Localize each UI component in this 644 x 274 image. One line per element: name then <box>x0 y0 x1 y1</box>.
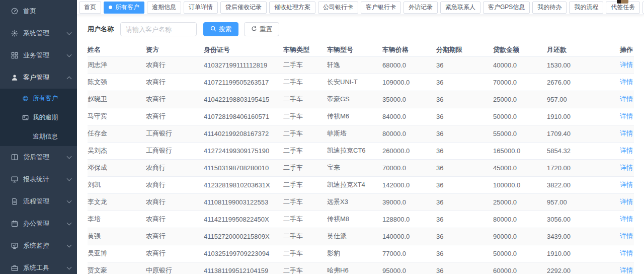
sidebar-item[interactable]: 逾期信息 <box>0 127 77 146</box>
tab[interactable]: 所有客户 × <box>104 2 144 14</box>
sidebar-item-label: 流程管理 <box>23 197 67 206</box>
table-row: 李文龙 农商行 411081199003122553 二手车 远景X3 3900… <box>88 193 634 211</box>
detail-link[interactable]: 详情 <box>620 147 633 154</box>
menu-icon <box>11 242 18 249</box>
sidebar-item[interactable]: 贷后管理 <box>0 146 77 168</box>
sidebar-item[interactable]: 流程管理 <box>0 190 77 213</box>
cell-vehicle-model: 远景X3 <box>327 193 382 211</box>
cell-name: 贾文豪 <box>88 262 146 274</box>
sidebar-item-label: 系统管理 <box>23 29 67 38</box>
detail-link[interactable]: 详情 <box>620 78 633 86</box>
detail-link[interactable]: 详情 <box>620 164 633 171</box>
main-area: 首页 × 所有客户 × 逾期信息 × 订单详情 × <box>77 0 644 274</box>
chevron-icon <box>67 265 72 270</box>
cell-vehicle-type: 二手车 <box>283 142 327 159</box>
detail-link[interactable]: 详情 <box>620 95 633 103</box>
sidebar-item[interactable]: 系统管理 <box>0 22 77 44</box>
cell-vehicle-model: 哈弗H6 <box>327 262 382 274</box>
cell-vehicle-type: 二手车 <box>283 211 327 228</box>
refresh-icon <box>251 26 257 33</box>
cell-id-number: 411402199208167372 <box>204 125 283 142</box>
detail-link[interactable]: 详情 <box>620 181 633 188</box>
sidebar-item[interactable]: 系统工具 <box>0 257 77 274</box>
table-row: 吴刘杰 工商银行 412724199309175190 二手车 凯迪拉克CT6 … <box>88 142 634 159</box>
sidebar-item-label: 首页 <box>23 7 67 16</box>
cell-monthly: 3056.00 <box>547 211 602 228</box>
cell-loan: 70000.0 <box>493 74 547 91</box>
cell-monthly: 1530.00 <box>547 56 602 74</box>
tab-bar: 首页 × 所有客户 × 逾期信息 × 订单详情 × <box>77 0 644 15</box>
tab-label: 订单详情 <box>189 3 213 12</box>
tab[interactable]: 逾期信息 × <box>147 2 181 14</box>
reset-button[interactable]: 重置 <box>244 22 279 36</box>
menu-icon <box>11 176 18 183</box>
tab-label: 逾期信息 <box>152 3 176 12</box>
tab[interactable]: 订单详情 × <box>184 2 218 14</box>
cell-monthly: 1910.00 <box>547 108 602 125</box>
cell-vehicle-model: 轩逸 <box>327 56 382 74</box>
cell-term: 36 <box>436 142 493 159</box>
tab[interactable]: 公司银行卡 × <box>318 2 358 14</box>
menu-icon <box>11 52 18 59</box>
cell-funder: 农商行 <box>146 91 204 108</box>
sidebar-item[interactable]: 客户管理 <box>0 66 77 89</box>
sidebar-item[interactable]: 系统监控 <box>0 235 77 257</box>
cell-price: 39000.0 <box>382 193 436 211</box>
sidebar-item[interactable]: 所有客户 <box>0 89 77 108</box>
tab-label: 代签任务 <box>611 3 635 12</box>
detail-link[interactable]: 详情 <box>620 112 633 120</box>
tab-label: 公司银行卡 <box>323 3 353 12</box>
detail-link[interactable]: 详情 <box>620 215 633 223</box>
search-button[interactable]: 搜索 <box>203 22 238 36</box>
cell-vehicle-type: 二手车 <box>283 125 327 142</box>
sidebar-item[interactable]: 首页 <box>0 0 77 22</box>
tab-label: 所有客户 <box>115 3 139 12</box>
cell-funder: 农商行 <box>146 245 204 262</box>
detail-link[interactable]: 详情 <box>620 232 633 240</box>
cell-vehicle-type: 二手车 <box>283 176 327 193</box>
cell-price: 84000.0 <box>382 108 436 125</box>
tab[interactable]: 紧急联系人 × <box>440 2 480 14</box>
cell-monthly: 1910.00 <box>547 245 602 262</box>
search-input[interactable] <box>120 22 197 36</box>
search-label: 用户名称 <box>88 25 114 34</box>
sidebar-item[interactable]: 办公管理 <box>0 213 77 235</box>
detail-link[interactable]: 详情 <box>620 61 633 68</box>
cell-monthly: 2676.00 <box>547 74 602 91</box>
detail-link[interactable]: 详情 <box>620 249 633 257</box>
sidebar-item[interactable]: 我的逾期 <box>0 108 77 127</box>
tab-label: 我的待办 <box>537 3 561 12</box>
tab[interactable]: 催收处理方案 × <box>269 2 315 14</box>
cell-vehicle-model: 传祺M6 <box>327 108 382 125</box>
column-header: 贷款金额 <box>493 44 547 56</box>
tab[interactable]: 客户GPS信息 × <box>483 2 530 14</box>
cell-term: 36 <box>436 159 493 176</box>
sidebar-item[interactable]: 业务管理 <box>0 44 77 66</box>
detail-link[interactable]: 详情 <box>620 129 633 137</box>
table-row: 马守宾 农商行 410728198406160571 二手车 传祺M6 8400… <box>88 108 634 125</box>
chevron-icon <box>67 52 72 57</box>
cell-vehicle-model: 凯迪拉克XT4 <box>327 176 382 193</box>
tab[interactable]: 客户银行卡 × <box>361 2 401 14</box>
detail-link[interactable]: 详情 <box>620 266 633 274</box>
tab[interactable]: 我的待办 × <box>532 2 567 14</box>
sidebar-item-label: 办公管理 <box>23 219 67 228</box>
cell-term: 36 <box>436 262 493 274</box>
column-header: 车辆价格 <box>382 44 436 56</box>
tab[interactable]: 外访记录 × <box>404 2 438 14</box>
column-header: 分期期限 <box>436 44 493 56</box>
table-row: 陈文强 农商行 410721199505263517 二手车 长安UNI-T 1… <box>88 74 634 91</box>
tab[interactable]: 贷后催收记录 × <box>220 2 267 14</box>
column-header: 车辆型号 <box>327 44 382 56</box>
table-header-row: 姓名 资方 身份证号 车辆类型 车辆型号 车辆价格 分期期限 贷款金额 <box>88 44 634 56</box>
sidebar-item-label: 业务管理 <box>23 51 67 60</box>
tab[interactable]: 我的流程 × <box>569 2 603 14</box>
cell-price: 142000.0 <box>382 176 436 193</box>
sidebar-item[interactable]: 报表统计 <box>0 168 77 190</box>
cell-loan: 50000.0 <box>493 108 547 125</box>
cell-loan: 165000.0 <box>493 142 547 159</box>
detail-link[interactable]: 详情 <box>620 198 633 206</box>
cell-price: 140000.0 <box>382 228 436 245</box>
cell-term: 36 <box>436 56 493 74</box>
tab[interactable]: 首页 × <box>79 2 101 14</box>
